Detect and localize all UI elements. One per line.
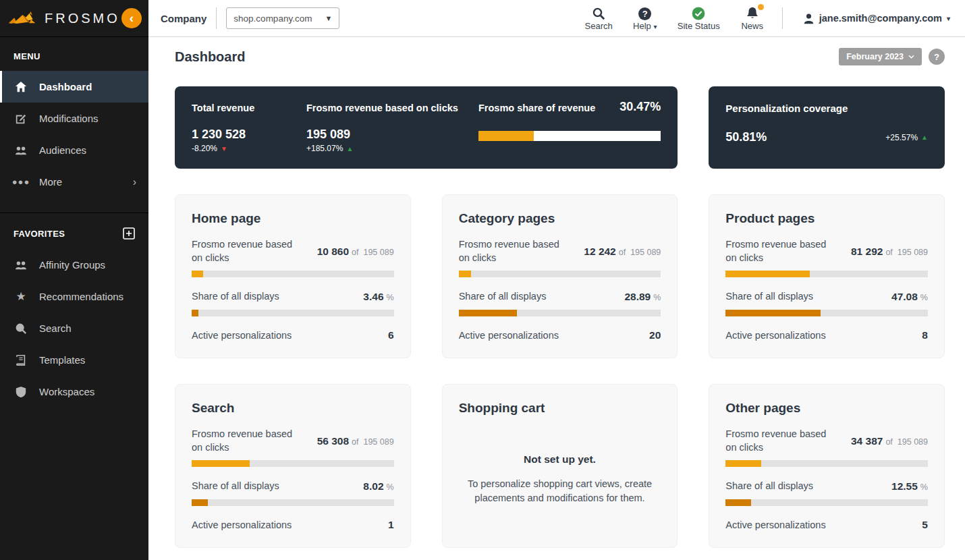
shield-icon bbox=[14, 386, 28, 398]
site-status-icon bbox=[692, 5, 705, 20]
topbar-news[interactable]: News bbox=[739, 5, 766, 31]
revenue-bar-fill bbox=[725, 271, 810, 277]
divider bbox=[216, 7, 217, 29]
sidebar-item-label: Modifications bbox=[39, 113, 99, 124]
frosmo-revenue-label: Frosmo revenue based on clicks bbox=[306, 103, 478, 113]
active-personalizations-value: 6 bbox=[388, 329, 394, 341]
favorites-section-label: FAVORITES bbox=[0, 213, 148, 249]
add-favorite-icon[interactable] bbox=[123, 227, 135, 240]
sidebar-item-label: Audiences bbox=[39, 144, 86, 156]
sidebar-item-templates[interactable]: Templates bbox=[0, 344, 148, 376]
site-selector-dropdown[interactable]: shop.company.com ▼ bbox=[226, 7, 339, 29]
active-personalizations-label: Active personalizations bbox=[725, 329, 825, 343]
dashboard-help-button[interactable]: ? bbox=[929, 49, 945, 65]
sidebar-item-affinity-groups[interactable]: Affinity Groups bbox=[0, 249, 148, 281]
total-revenue-value: 1 230 528 bbox=[192, 128, 306, 142]
sidebar-item-label: Templates bbox=[39, 354, 85, 366]
frosmo-revenue-value: 195 089 bbox=[306, 128, 478, 142]
topbar-search-button[interactable]: Search bbox=[585, 5, 613, 31]
sidebar-item-search[interactable]: Search bbox=[0, 312, 148, 344]
news-badge bbox=[758, 4, 764, 10]
menu-label: MENU bbox=[13, 51, 40, 61]
card-title: Product pages bbox=[725, 211, 928, 226]
sidebar-item-recommendations[interactable]: ★ Recommendations bbox=[0, 281, 148, 312]
home-icon bbox=[14, 81, 28, 93]
sidebar-item-audiences[interactable]: Audiences bbox=[0, 134, 148, 166]
sidebar-item-label: Workspaces bbox=[39, 386, 94, 397]
share-metric-value: 47.08% bbox=[891, 291, 928, 303]
share-metric-label: Share of all displays bbox=[459, 290, 547, 304]
revenue-summary-card: Total revenue 1 230 528 -8.20% ▼ Frosmo … bbox=[175, 86, 678, 169]
chevron-right-icon: › bbox=[133, 176, 136, 188]
sidebar: FROSMO ‹ MENU Dashboard Modifications Au… bbox=[0, 0, 148, 560]
divider bbox=[782, 7, 783, 29]
share-of-revenue-bar bbox=[478, 131, 661, 141]
sidebar-item-label: Search bbox=[39, 323, 72, 334]
total-revenue-change: -8.20% ▼ bbox=[192, 144, 306, 153]
dashboard-content: Dashboard February 2023 ? Total revenue … bbox=[148, 37, 965, 560]
share-metric-value: 3.46% bbox=[363, 291, 393, 303]
news-bell-icon bbox=[746, 5, 759, 20]
revenue-bar-fill bbox=[192, 460, 250, 467]
active-personalizations-value: 8 bbox=[922, 329, 928, 341]
share-of-revenue-label: Frosmo share of revenue bbox=[478, 103, 595, 113]
topbar: Company shop.company.com ▼ Search ? Help… bbox=[148, 0, 965, 37]
active-personalizations-value: 5 bbox=[922, 519, 928, 531]
news-label: News bbox=[741, 21, 763, 31]
card-title: Shopping cart bbox=[459, 401, 661, 416]
page-card-search: Search Frosmo revenue based on clicks 56… bbox=[175, 384, 411, 548]
share-bar bbox=[725, 499, 928, 506]
active-personalizations-label: Active personalizations bbox=[192, 329, 292, 343]
topbar-help-menu[interactable]: ? Help ▾ bbox=[632, 5, 659, 31]
empty-state-text: To personalize shopping cart views, crea… bbox=[463, 477, 657, 505]
sidebar-collapse-button[interactable]: ‹ bbox=[121, 8, 142, 28]
user-icon bbox=[803, 13, 815, 24]
revenue-bar-fill bbox=[459, 271, 472, 277]
share-of-revenue-value: 30.47% bbox=[619, 100, 661, 114]
share-metric-label: Share of all displays bbox=[725, 290, 813, 304]
period-selector-button[interactable]: February 2023 bbox=[839, 48, 922, 65]
share-metric-value: 28.89% bbox=[624, 291, 661, 303]
sidebar-item-label: Affinity Groups bbox=[39, 259, 105, 271]
sidebar-item-modifications[interactable]: Modifications bbox=[0, 103, 148, 134]
sidebar-item-workspaces[interactable]: Workspaces bbox=[0, 376, 148, 408]
page-card-home: Home page Frosmo revenue based on clicks… bbox=[175, 194, 411, 358]
revenue-metric-label: Frosmo revenue based on clicks bbox=[192, 238, 297, 264]
site-selector-value: shop.company.com bbox=[233, 13, 312, 24]
empty-state-title: Not set up yet. bbox=[463, 453, 657, 466]
main-area: Company shop.company.com ▼ Search ? Help… bbox=[148, 0, 965, 560]
cards-grid: Total revenue 1 230 528 -8.20% ▼ Frosmo … bbox=[175, 86, 945, 548]
favorites-label: FAVORITES bbox=[13, 229, 65, 239]
user-menu[interactable]: jane.smith@company.com ▾ bbox=[803, 13, 950, 24]
revenue-bar bbox=[192, 460, 394, 467]
share-metric-label: Share of all displays bbox=[192, 290, 279, 304]
topbar-site-status[interactable]: Site Status bbox=[678, 5, 720, 31]
revenue-metric-label: Frosmo revenue based on clicks bbox=[192, 428, 297, 454]
active-personalizations-label: Active personalizations bbox=[725, 519, 825, 532]
frosmo-revenue-block: Frosmo revenue based on clicks 195 089 +… bbox=[306, 103, 478, 155]
star-icon: ★ bbox=[14, 291, 28, 302]
sidebar-item-label: More bbox=[39, 176, 62, 188]
personalization-coverage-card: Personalization coverage 50.81% +25.57% … bbox=[709, 86, 945, 169]
revenue-metric-value: 81 292of 195 089 bbox=[851, 246, 928, 258]
edit-icon bbox=[14, 113, 28, 125]
page-title: Dashboard bbox=[175, 49, 245, 65]
users-icon bbox=[14, 259, 28, 271]
card-title: Search bbox=[192, 401, 394, 416]
share-bar-fill bbox=[192, 310, 198, 316]
total-revenue-block: Total revenue 1 230 528 -8.20% ▼ bbox=[192, 103, 306, 155]
share-metric-label: Share of all displays bbox=[192, 480, 279, 493]
empty-state: Not set up yet. To personalize shopping … bbox=[459, 453, 661, 505]
search-icon bbox=[592, 5, 605, 20]
user-email: jane.smith@company.com bbox=[819, 13, 942, 24]
revenue-bar-fill bbox=[192, 271, 203, 277]
revenue-bar bbox=[725, 460, 928, 467]
revenue-bar bbox=[725, 271, 928, 277]
page-card-product: Product pages Frosmo revenue based on cl… bbox=[709, 194, 945, 358]
card-title: Category pages bbox=[459, 211, 661, 226]
sidebar-item-more[interactable]: ●●● More › bbox=[0, 166, 148, 198]
sidebar-item-dashboard[interactable]: Dashboard bbox=[0, 71, 148, 103]
book-icon bbox=[14, 354, 28, 366]
menu-section-label: MENU bbox=[0, 37, 148, 71]
chevron-down-icon bbox=[908, 55, 914, 59]
